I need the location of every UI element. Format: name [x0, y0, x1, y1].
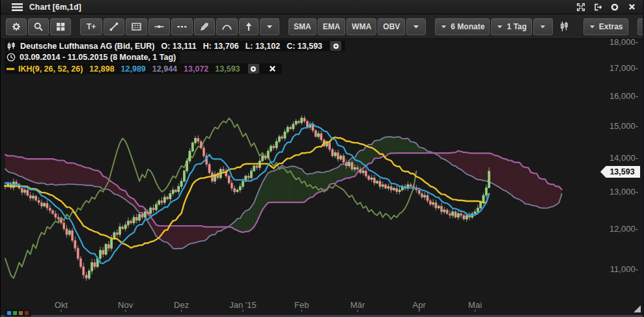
- chevron-down-icon: [496, 21, 503, 32]
- clock-icon: [7, 53, 16, 62]
- record-icon[interactable]: [609, 2, 621, 12]
- more-tools-button[interactable]: [260, 18, 279, 35]
- svg-text:17,000-: 17,000-: [609, 63, 638, 73]
- dotted-line-tool-icon: [176, 21, 188, 32]
- close-icon[interactable]: [626, 2, 637, 12]
- senkou-a-value: 12,944: [152, 64, 177, 74]
- toolbar-group-main: [6, 18, 71, 35]
- status-indicator-dots: [5, 309, 31, 316]
- indicator-sma-button[interactable]: SMA: [288, 18, 316, 35]
- indicator-name: IKH(9, 26, 52, 26): [18, 64, 83, 74]
- titlebar: Chart [6m,1d]: [1, 0, 643, 14]
- pencil-slash-tool-button[interactable]: [194, 18, 215, 35]
- indicator-color-dash: [7, 66, 14, 72]
- settings-gear-icon: [11, 21, 21, 32]
- chart-type-dropdown[interactable]: [533, 18, 553, 35]
- dotted-line-tool-button[interactable]: [171, 18, 193, 35]
- svg-text:18,000-: 18,000-: [609, 39, 638, 47]
- arrow-up-tool-icon: [244, 21, 253, 32]
- toolbar-group-timeframe: 6 Monate 1 Tag: [435, 18, 574, 35]
- visibility-icon: [332, 42, 340, 50]
- current-price-tag: 13,593: [600, 166, 640, 178]
- indicator-remove-button[interactable]: [267, 64, 278, 74]
- legend-range-row: 03.09.2014 - 11.05.2015 (8 Monate, 1 Tag…: [5, 52, 180, 62]
- close-value: C: 13,593: [287, 42, 322, 51]
- toolbar-group-indicators: SMA EMA WMA OBV: [288, 18, 426, 35]
- tenkan-value: 12,989: [121, 64, 146, 74]
- svg-text:Dez: Dez: [174, 300, 189, 310]
- toolbar-group-drawing: T+: [80, 18, 279, 35]
- horizontal-line-tool-icon: [154, 21, 165, 32]
- expand-icon[interactable]: [575, 2, 587, 12]
- svg-text:Jan '15: Jan '15: [229, 300, 257, 310]
- svg-text:14,000-: 14,000-: [609, 153, 638, 163]
- close-icon: [269, 65, 276, 72]
- chart-window: Chart [6m,1d] T+: [0, 0, 644, 317]
- trendline-tool-button[interactable]: [104, 18, 124, 35]
- svg-text:15,000-: 15,000-: [609, 121, 638, 131]
- chart-type-button[interactable]: [554, 18, 574, 35]
- toolbar-group-zoom: [637, 18, 644, 35]
- svg-text:13,000-: 13,000-: [609, 187, 638, 197]
- fibonacci-tool-button[interactable]: [126, 18, 147, 35]
- chevron-down-icon: [539, 21, 546, 32]
- instrument-visibility-button[interactable]: [330, 41, 341, 51]
- instrument-name: Deutsche Lufthansa AG (Bid, EUR): [20, 42, 155, 51]
- svg-text:Okt: Okt: [55, 300, 68, 310]
- layout-grid-icon: [55, 21, 66, 32]
- resize-grip[interactable]: [634, 305, 641, 312]
- chevron-down-icon: [266, 21, 273, 32]
- trendline-tool-icon: [109, 21, 119, 32]
- senkou-b-value: 13,072: [184, 64, 208, 74]
- indicator-visibility-button[interactable]: [248, 64, 259, 74]
- settings-button[interactable]: [6, 18, 27, 35]
- svg-text:Mär: Mär: [350, 300, 365, 310]
- more-indicators-button[interactable]: [406, 18, 426, 35]
- search-icon: [33, 21, 44, 32]
- fibonacci-tool-icon: [131, 21, 142, 32]
- horizontal-line-tool-button[interactable]: [148, 18, 170, 35]
- candlestick-icon: [7, 42, 16, 51]
- chikou-value: 13,593: [215, 64, 240, 74]
- legend-indicator-row: IKH(9, 26, 52, 26) 12,898 12,989 12,944 …: [5, 63, 282, 74]
- svg-text:Feb: Feb: [294, 300, 309, 310]
- open-value: O: 13,111: [161, 42, 197, 51]
- arc-tool-button[interactable]: [216, 18, 238, 35]
- chart-area: 18,000-17,000-16,000-15,000-14,000-13,00…: [1, 39, 643, 314]
- layout-grid-button[interactable]: [50, 18, 71, 35]
- text-tool-button[interactable]: T+: [80, 18, 102, 35]
- pencil-slash-icon: [199, 21, 210, 32]
- svg-text:Mai: Mai: [468, 300, 482, 310]
- export-icon[interactable]: [592, 2, 604, 12]
- arrow-tool-button[interactable]: [239, 18, 259, 35]
- chart-legend: Deutsche Lufthansa AG (Bid, EUR) O: 13,1…: [5, 40, 345, 75]
- toolbar-group-extras: Extras: [583, 18, 628, 35]
- interval-dropdown[interactable]: 1 Tag: [491, 18, 531, 35]
- text-tool-icon: T+: [85, 21, 97, 32]
- candlestick-type-icon: [559, 21, 569, 32]
- high-value: H: 13,706: [203, 42, 239, 51]
- date-range: 03.09.2014 - 11.05.2015 (8 Monate, 1 Tag…: [20, 53, 176, 62]
- window-title: Chart [6m,1d]: [29, 3, 81, 12]
- extras-dropdown[interactable]: Extras: [583, 18, 628, 35]
- svg-text:T+: T+: [87, 22, 96, 31]
- legend-instrument-row: Deutsche Lufthansa AG (Bid, EUR) O: 13,1…: [5, 40, 345, 51]
- chevron-down-icon: [589, 21, 596, 32]
- svg-text:12,000-: 12,000-: [609, 224, 638, 234]
- kijun-value: 12,898: [89, 64, 114, 74]
- svg-text:Apr: Apr: [413, 300, 427, 310]
- price-chart[interactable]: 18,000-17,000-16,000-15,000-14,000-13,00…: [1, 39, 643, 312]
- chevron-down-icon: [440, 21, 447, 32]
- chevron-down-icon: [412, 21, 420, 32]
- indicator-wma-button[interactable]: WMA: [346, 18, 376, 35]
- menu-icon[interactable]: [11, 2, 23, 12]
- low-value: L: 13,102: [245, 42, 281, 51]
- indicator-ema-button[interactable]: EMA: [318, 18, 346, 35]
- range-dropdown[interactable]: 6 Monate: [435, 18, 490, 35]
- indicator-obv-button[interactable]: OBV: [378, 18, 405, 35]
- zoom-in-button[interactable]: [637, 18, 644, 35]
- svg-text:Nov: Nov: [118, 300, 133, 310]
- arc-tool-icon: [221, 21, 232, 32]
- search-button[interactable]: [28, 18, 49, 35]
- svg-text:11,000-: 11,000-: [610, 264, 638, 274]
